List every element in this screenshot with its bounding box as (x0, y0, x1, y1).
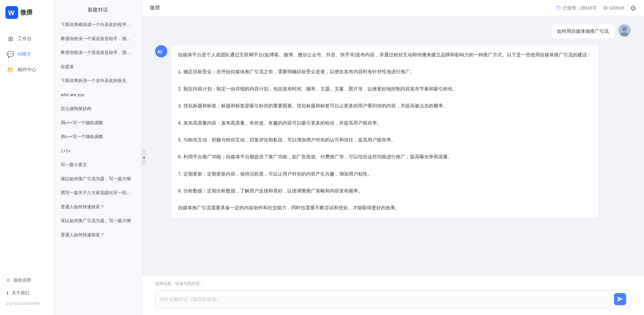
ai-paragraph-2: 2. 制定内容计划：制定一份详细的内容计划，包括发布时间、频率、主题、文案、图片… (178, 85, 592, 93)
main-area: 微撰 Ⓣ 已使用：28318字 ID:100519 ⏻ 如何用自媒体做推广引流 (142, 0, 644, 315)
ai-avatar: AI (155, 45, 167, 57)
left-sidebar: W 微撰 ⊞ 工作台 💬 AI聊天 📁 稿件中心 © 版权说明 ℹ 关于我们 京… (0, 0, 54, 315)
svg-text:W: W (8, 9, 14, 17)
list-item[interactable]: 请以如何推广引流为题，写一篇大纲 (57, 172, 139, 186)
usage-info: Ⓣ 已使用：28318字 (556, 5, 597, 11)
nav-item-copyright[interactable]: © 版权说明 (0, 274, 54, 287)
input-area: 选择话题，快速与我对话： (142, 275, 644, 315)
user-message: 如何用自媒体做推广引流 (155, 24, 631, 38)
send-button[interactable] (614, 293, 626, 305)
list-item[interactable]: 用c++写一个随机函数 (57, 116, 139, 130)
logo-icon: W (5, 6, 18, 19)
user-message-text: 如何用自媒体做推广引流 (557, 28, 609, 34)
list-item[interactable]: 下面你将扮演一个名叫圣友的医生 (57, 74, 139, 87)
list-item[interactable]: 撰写一篇关于八大家花园社区一刻钟便民生... (57, 186, 139, 200)
ai-paragraph-4: 4. 发布高质量内容：发布高质量、有价值、有趣的内容可以吸引更多的粉丝，并提高用… (178, 119, 592, 127)
user-bubble: 如何用自媒体做推广引流 (552, 24, 614, 38)
mailbox-icon: 📁 (7, 66, 14, 74)
list-item[interactable]: 希望你扮演一个英语发音助手，我提供给你... (57, 32, 139, 46)
middle-panel: 新建对话 下面你将模拟成一个叫圣友的程序员，我说...希望你扮演一个英语发音助手… (54, 0, 142, 315)
ai-paragraph-8: 8. 分析数据：定期分析数据，了解用户反馈和喜好，以便调整推广策略和内容发布频率… (178, 187, 592, 195)
user-id: ID:100519 (604, 5, 624, 10)
workbench-icon: ⊞ (7, 35, 14, 43)
list-item[interactable]: 你是谁 (57, 60, 139, 74)
usage-icon: Ⓣ (556, 5, 561, 11)
ai-paragraph-7: 7. 定期更新：定期更新内容，保持活跃度，可以让用户对你的内容产生兴趣，增加用户… (178, 170, 592, 178)
copyright-label: 版权说明 (13, 277, 31, 283)
chat-content: 如何用自媒体做推广引流 AI 自媒体平台是个人或团队通过互联网平台(如博客、微博… (142, 16, 644, 275)
send-icon (617, 296, 623, 302)
about-label: 关于我们 (12, 290, 29, 296)
ai-paragraph-6: 6. 利用平台推广功能：自媒体平台都提供了推广功能，如广告投放、付费推广等，可以… (178, 153, 592, 161)
list-item[interactable]: 请以如何推广引流为题，写一篇大纲 (57, 214, 139, 228)
input-box-wrap (155, 290, 631, 308)
ai-paragraph-1: 1. 确定目标受众：在开始自媒体推广引流之前，需要明确目标受众是谁，以便在发布内… (178, 68, 592, 76)
about-icon: ℹ (7, 291, 8, 296)
user-avatar (618, 24, 631, 36)
sidebar-item-workbench[interactable]: ⊞ 工作台 (0, 32, 54, 46)
sidebar-label-mailbox: 稿件中心 (18, 67, 36, 73)
list-item[interactable]: 怎么做狗屎炒肉 (57, 102, 139, 115)
ai-paragraph-9: 自媒体推广引流需要具备一定的内容创作和社交能力，同时也需要不断尝试和优化，才能取… (178, 204, 592, 212)
logo-area: W 微撰 (0, 0, 54, 25)
collapse-sidebar-button[interactable] (141, 150, 146, 166)
list-item[interactable]: 下面你将模拟成一个叫圣友的程序员，我说... (57, 18, 139, 31)
nav-items: ⊞ 工作台 💬 AI聊天 📁 稿件中心 (0, 25, 54, 268)
sidebar-item-aichat[interactable]: 💬 AI聊天 (0, 47, 54, 61)
icp-text: 京ICP备2022015948号 (0, 299, 54, 310)
top-bar: 微撰 Ⓣ 已使用：28318字 ID:100519 ⏻ (142, 0, 644, 16)
list-item[interactable]: 普通人如何快速致富？ (57, 228, 139, 242)
list-item[interactable]: who are you (57, 88, 139, 102)
sidebar-item-mailbox[interactable]: 📁 稿件中心 (0, 63, 54, 77)
list-item[interactable]: 普通人如何快速致富？ (57, 200, 139, 214)
topbar-right: Ⓣ 已使用：28318字 ID:100519 ⏻ (556, 5, 636, 11)
usage-text: 已使用：28318字 (563, 5, 597, 11)
nav-item-about[interactable]: ℹ 关于我们 (0, 287, 54, 299)
list-item[interactable]: 用c++写一个随机函数 (57, 130, 139, 143)
sidebar-label-workbench: 工作台 (18, 36, 32, 42)
list-item[interactable]: 希望你扮演一个英语发音助手，我提供给你... (57, 46, 139, 59)
aichat-icon: 💬 (7, 51, 14, 58)
new-conversation-button[interactable]: 新建对话 (54, 0, 141, 18)
ai-paragraph-5: 5. 与粉丝互动：积极与粉丝互动，回复评论和私信，可以增加用户对你的认可和信任，… (178, 136, 592, 144)
ai-bubble: 自媒体平台是个人或团队通过互联网平台(如博客、微博、微信公众号、抖音、快手等)发… (171, 45, 598, 218)
list-item[interactable]: 1+1= (57, 144, 139, 158)
svg-text:AI: AI (157, 49, 162, 54)
copyright-icon: © (7, 278, 10, 283)
logout-button[interactable]: ⏻ (631, 5, 636, 11)
ai-message: AI 自媒体平台是个人或团队通过互联网平台(如博客、微博、微信公众号、抖音、快手… (155, 45, 631, 218)
chat-input[interactable] (159, 294, 611, 304)
conversation-list: 下面你将模拟成一个叫圣友的程序员，我说...希望你扮演一个英语发音助手，我提供给… (54, 18, 141, 315)
svg-point-3 (622, 27, 627, 31)
sidebar-label-aichat: AI聊天 (18, 51, 31, 57)
list-item[interactable]: 写一篇小黄文 (57, 158, 139, 172)
app-title: 微撰 (20, 8, 32, 17)
quick-topics-label: 选择话题，快速与我对话： (155, 281, 631, 287)
ai-paragraph-0: 自媒体平台是个人或团队通过互联网平台(如博客、微博、微信公众号、抖音、快手等)发… (178, 51, 592, 59)
bottom-nav: © 版权说明 ℹ 关于我们 京ICP备2022015948号 (0, 268, 54, 315)
topbar-title: 微撰 (150, 5, 160, 11)
ai-paragraph-3: 3. 优化标题和标签：标题和标签是吸引粉丝的重要因素。优化标题和标签可以让更多的… (178, 102, 592, 110)
